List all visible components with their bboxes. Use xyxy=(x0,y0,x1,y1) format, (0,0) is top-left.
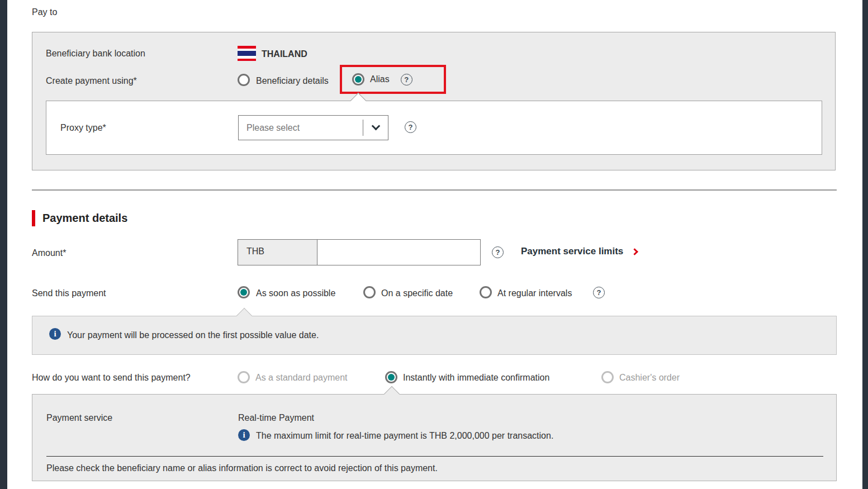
beneficiary-check-note: Please check the beneficiary name or ali… xyxy=(46,463,438,473)
page-edge-left xyxy=(0,0,7,489)
radio-instant-payment-label[interactable]: Instantly with immediate confirmation xyxy=(403,373,549,383)
send-payment-label: Send this payment xyxy=(32,288,106,298)
proxy-type-help-icon[interactable]: ? xyxy=(405,121,416,133)
radio-dot xyxy=(388,374,395,381)
info-box-notch xyxy=(236,308,252,324)
radio-specific-date-label[interactable]: On a specific date xyxy=(381,288,453,298)
select-divider xyxy=(363,120,363,136)
radio-beneficiary-details-label[interactable]: Beneficiary details xyxy=(256,76,329,86)
info-icon: i xyxy=(238,429,250,441)
bank-location-label: Beneficiary bank location xyxy=(46,49,145,59)
service-box-notch xyxy=(384,386,400,402)
proxy-type-panel: Proxy type* Please select ? xyxy=(46,101,822,155)
payment-form-page: Pay to Beneficiary bank location THAILAN… xyxy=(0,0,868,489)
payment-service-info-text: The maximum limit for real-time payment … xyxy=(256,431,553,441)
pay-to-heading: Pay to xyxy=(32,7,57,17)
section-accent-bar xyxy=(32,210,35,226)
value-date-info-text: Your payment will be processed on the fi… xyxy=(67,330,319,340)
pay-to-section: Beneficiary bank location THAILAND Creat… xyxy=(32,32,836,170)
alias-highlight-annotation: Alias ? xyxy=(340,65,446,94)
info-icon: i xyxy=(49,328,61,340)
create-payment-label: Create payment using* xyxy=(46,76,137,86)
proxy-type-label: Proxy type* xyxy=(60,123,106,133)
service-box-divider xyxy=(46,456,823,457)
radio-beneficiary-details[interactable] xyxy=(238,74,250,86)
radio-regular-intervals-label[interactable]: At regular intervals xyxy=(497,288,572,298)
proxy-type-select-value: Please select xyxy=(246,116,300,140)
radio-alias-label[interactable]: Alias xyxy=(370,74,390,84)
flag-stripe xyxy=(238,59,256,61)
send-payment-help-icon[interactable]: ? xyxy=(593,287,605,298)
thailand-flag-icon xyxy=(238,46,256,61)
proxy-type-select[interactable]: Please select xyxy=(238,115,388,140)
page-edge-right xyxy=(862,0,868,489)
payment-service-box: Payment service Real-time Payment i The … xyxy=(32,394,837,481)
radio-instant-payment[interactable] xyxy=(385,371,397,383)
payment-service-value: Real-time Payment xyxy=(238,413,314,423)
radio-standard-payment-label[interactable]: As a standard payment xyxy=(255,373,348,383)
currency-prefix: THB xyxy=(238,239,317,265)
payment-service-limits-link[interactable]: Payment service limits xyxy=(521,246,637,257)
radio-regular-intervals[interactable] xyxy=(480,286,492,298)
send-method-label: How do you want to send this payment? xyxy=(32,373,191,383)
radio-alias[interactable] xyxy=(352,73,364,86)
section-divider xyxy=(32,189,837,191)
alias-help-icon[interactable]: ? xyxy=(401,74,412,86)
amount-input[interactable] xyxy=(317,239,481,265)
payment-service-label: Payment service xyxy=(46,413,112,423)
amount-help-icon[interactable]: ? xyxy=(492,246,504,258)
radio-specific-date[interactable] xyxy=(363,286,376,298)
payment-details-title: Payment details xyxy=(42,212,127,225)
radio-dot xyxy=(355,76,362,83)
radio-dot xyxy=(240,289,247,296)
radio-as-soon-as-possible[interactable] xyxy=(238,286,250,298)
radio-as-soon-as-possible-label[interactable]: As soon as possible xyxy=(256,288,335,298)
chevron-right-icon xyxy=(631,248,638,255)
flag-stripe xyxy=(238,51,256,56)
radio-standard-payment[interactable] xyxy=(238,371,250,383)
currency-code: THB xyxy=(246,246,264,257)
bank-location-country: THAILAND xyxy=(262,49,307,59)
radio-cashiers-order[interactable] xyxy=(601,371,614,383)
amount-label: Amount* xyxy=(32,248,66,258)
payment-service-limits-label: Payment service limits xyxy=(521,246,623,257)
radio-cashiers-order-label[interactable]: Cashier's order xyxy=(619,373,680,383)
value-date-info-box: i Your payment will be processed on the … xyxy=(32,316,837,355)
panel-notch xyxy=(350,93,366,108)
chevron-down-icon xyxy=(372,122,381,131)
